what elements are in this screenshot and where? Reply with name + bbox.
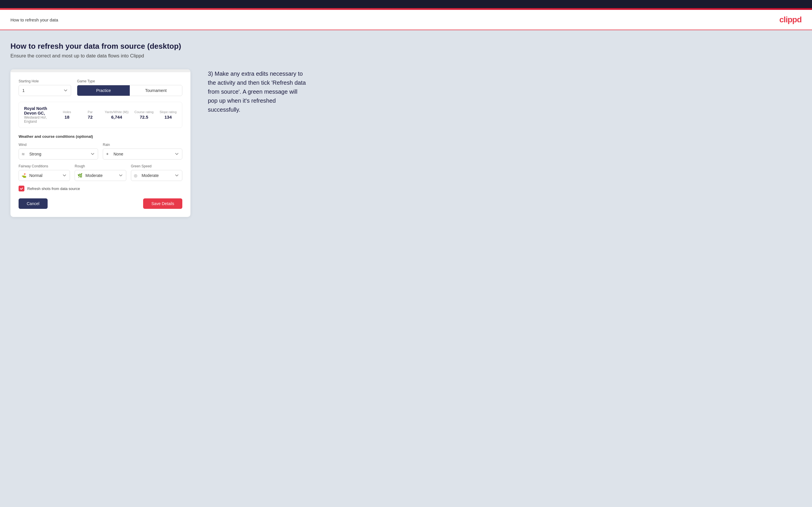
wind-rain-row: Wind ≋ Strong Rain ✦ N (18, 143, 182, 160)
card-top-strip (10, 69, 191, 72)
main-content: How to refresh your data from source (de… (0, 30, 812, 507)
rain-label: Rain (103, 143, 182, 147)
course-info-box: Royal North Devon GC, Westward Ho!, Engl… (18, 102, 182, 128)
wind-select[interactable]: Strong (18, 149, 98, 160)
par-value: 72 (82, 115, 99, 119)
green-speed-label: Green Speed (131, 164, 182, 168)
button-row: Cancel Save Details (18, 199, 182, 209)
slope-rating-label: Slope rating (159, 110, 177, 114)
fairway-select[interactable]: Normal (18, 170, 70, 181)
course-name-group: Royal North Devon GC, Westward Ho!, Engl… (24, 106, 53, 123)
rain-select-wrapper: ✦ None (103, 149, 182, 160)
course-rating-stat: Course rating 72.5 (135, 110, 154, 119)
practice-button[interactable]: Practice (77, 85, 130, 96)
tournament-button[interactable]: Tournament (130, 85, 182, 96)
conditions-label: Weather and course conditions (optional) (18, 134, 182, 138)
course-rating-value: 72.5 (135, 115, 154, 119)
holes-label: Holes (58, 110, 76, 114)
slope-rating-value: 134 (159, 115, 177, 119)
game-type-buttons: Practice Tournament (77, 85, 182, 96)
wind-select-wrapper: ≋ Strong (18, 149, 98, 160)
side-note-text: 3) Make any extra edits necessary to the… (208, 69, 307, 114)
refresh-checkbox-row: Refresh shots from data source (18, 186, 182, 191)
logo: clippd (779, 15, 802, 24)
yards-stat: Yards/White (M)) 6,744 (105, 110, 129, 119)
refresh-checkbox-label: Refresh shots from data source (27, 186, 80, 191)
refresh-checkbox[interactable] (18, 186, 24, 191)
course-rating-label: Course rating (135, 110, 154, 114)
fairway-group: Fairway Conditions ⛳ Normal (18, 164, 70, 181)
green-speed-select[interactable]: Moderate (131, 170, 182, 181)
rain-select[interactable]: None (103, 149, 182, 160)
fairway-select-wrapper: ⛳ Normal (18, 170, 70, 181)
save-button[interactable]: Save Details (143, 199, 182, 209)
top-form-row: Starting Hole 1 Game Type Practice Tourn… (18, 79, 182, 96)
course-name-main: Royal North Devon GC, (24, 106, 53, 115)
course-name-sub: Westward Ho!, England (24, 115, 53, 123)
holes-value: 18 (58, 115, 76, 119)
fairway-label: Fairway Conditions (18, 164, 70, 168)
wind-label: Wind (18, 143, 98, 147)
green-speed-group: Green Speed ◎ Moderate (131, 164, 182, 181)
game-type-label: Game Type (77, 79, 182, 83)
holes-stat: Holes 18 (58, 110, 76, 119)
header: How to refresh your data clippd (0, 10, 812, 30)
green-speed-select-wrapper: ◎ Moderate (131, 170, 182, 181)
side-note: 3) Make any extra edits necessary to the… (208, 69, 307, 114)
par-stat: Par 72 (82, 110, 99, 119)
rough-select[interactable]: Moderate (74, 170, 126, 181)
content-row: Starting Hole 1 Game Type Practice Tourn… (10, 69, 802, 217)
fairway-rough-green-row: Fairway Conditions ⛳ Normal Rough 🌿 (18, 164, 182, 181)
slope-rating-stat: Slope rating 134 (159, 110, 177, 119)
starting-hole-group: Starting Hole 1 (18, 79, 71, 96)
page-title: How to refresh your data from source (de… (10, 42, 802, 51)
top-bar (0, 0, 812, 8)
page-subtitle: Ensure the correct and most up to date d… (10, 53, 802, 59)
par-label: Par (82, 110, 99, 114)
rough-select-wrapper: 🌿 Moderate (74, 170, 126, 181)
cancel-button[interactable]: Cancel (18, 199, 48, 209)
starting-hole-label: Starting Hole (18, 79, 71, 83)
rain-group: Rain ✦ None (103, 143, 182, 160)
rough-group: Rough 🌿 Moderate (74, 164, 126, 181)
wind-group: Wind ≋ Strong (18, 143, 98, 160)
yards-value: 6,744 (105, 115, 129, 119)
rough-label: Rough (74, 164, 126, 168)
form-card: Starting Hole 1 Game Type Practice Tourn… (10, 69, 191, 217)
starting-hole-select[interactable]: 1 (18, 85, 71, 96)
game-type-group: Game Type Practice Tournament (77, 79, 182, 96)
yards-label: Yards/White (M)) (105, 110, 129, 114)
card-body: Starting Hole 1 Game Type Practice Tourn… (10, 72, 191, 217)
header-title: How to refresh your data (10, 17, 58, 22)
